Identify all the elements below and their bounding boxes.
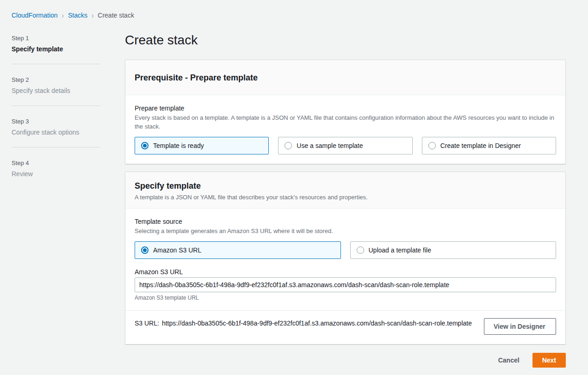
next-button[interactable]: Next xyxy=(532,353,566,368)
radio-unselected-icon[interactable] xyxy=(428,142,436,149)
divider xyxy=(12,105,100,106)
divider xyxy=(12,147,100,148)
view-in-designer-button[interactable]: View in Designer xyxy=(484,318,556,335)
radio-unselected-icon[interactable] xyxy=(285,142,292,149)
breadcrumb-link-cloudformation[interactable]: CloudFormation xyxy=(12,12,58,19)
breadcrumb-current: Create stack xyxy=(98,12,134,19)
step-title: Specify template xyxy=(12,45,125,53)
breadcrumb-link-stacks[interactable]: Stacks xyxy=(68,12,87,19)
amazon-s3-url-helper: Amazon S3 template URL xyxy=(135,295,556,301)
page-title: Create stack xyxy=(125,33,566,48)
s3-url-value: https://dash-0ba3505c-6b1f-498a-9df9-ef2… xyxy=(162,320,472,327)
prepare-template-description: Every stack is based on a template. A te… xyxy=(135,114,556,131)
radio-label: Use a sample template xyxy=(297,142,363,149)
step-title: Configure stack options xyxy=(12,129,125,136)
specify-template-card: Specify template A template is a JSON or… xyxy=(125,172,566,344)
template-source-options: Amazon S3 URL Upload a template file xyxy=(135,241,556,259)
radio-unselected-icon[interactable] xyxy=(357,246,364,254)
s3-url-text: S3 URL:https://dash-0ba3505c-6b1f-498a-9… xyxy=(135,318,477,328)
step-number: Step 2 xyxy=(12,76,125,83)
radio-label: Template is ready xyxy=(153,142,204,149)
prerequisite-card: Prerequisite - Prepare template Prepare … xyxy=(125,60,566,164)
radio-label: Create template in Designer xyxy=(440,142,521,149)
breadcrumb: CloudFormation › Stacks › Create stack xyxy=(0,0,588,19)
specify-template-card-title: Specify template xyxy=(135,181,556,191)
divider xyxy=(12,64,100,64)
prepare-template-label: Prepare template xyxy=(135,105,556,112)
radio-tile-use-sample-template[interactable]: Use a sample template xyxy=(278,137,412,154)
step-number: Step 4 xyxy=(12,160,125,166)
chevron-right-icon: › xyxy=(92,11,93,19)
radio-label: Amazon S3 URL xyxy=(153,246,201,254)
radio-tile-upload-template-file[interactable]: Upload a template file xyxy=(350,241,557,259)
radio-selected-icon[interactable] xyxy=(141,246,149,254)
specify-template-card-description: A template is a JSON or YAML file that d… xyxy=(135,194,556,201)
radio-tile-create-template-in-designer[interactable]: Create template in Designer xyxy=(422,137,556,154)
step-title: Review xyxy=(12,170,125,178)
step-number: Step 1 xyxy=(12,35,125,42)
wizard-footer: Cancel Next xyxy=(125,353,566,368)
radio-tile-template-is-ready[interactable]: Template is ready xyxy=(135,137,269,154)
prerequisite-card-title: Prerequisite - Prepare template xyxy=(135,73,556,83)
radio-tile-amazon-s3-url[interactable]: Amazon S3 URL xyxy=(135,241,341,259)
s3-url-summary-row: S3 URL:https://dash-0ba3505c-6b1f-498a-9… xyxy=(135,311,556,335)
amazon-s3-url-input[interactable] xyxy=(135,277,556,292)
chevron-right-icon: › xyxy=(62,11,64,19)
radio-label: Upload a template file xyxy=(369,246,431,254)
prerequisite-card-header: Prerequisite - Prepare template xyxy=(125,60,565,95)
amazon-s3-url-label: Amazon S3 URL xyxy=(135,268,556,276)
specify-template-card-header: Specify template A template is a JSON or… xyxy=(125,172,565,209)
s3-url-prefix: S3 URL: xyxy=(135,320,159,327)
radio-selected-icon[interactable] xyxy=(141,142,149,149)
template-source-description: Selecting a template generates an Amazon… xyxy=(135,227,556,236)
step-title: Specify stack details xyxy=(12,87,125,94)
sidebar-step-1[interactable]: Step 1 Specify template xyxy=(12,35,125,53)
sidebar-step-2[interactable]: Step 2 Specify stack details xyxy=(12,76,125,94)
sidebar-step-4[interactable]: Step 4 Review xyxy=(12,160,125,178)
prepare-template-options: Template is ready Use a sample template … xyxy=(135,137,556,154)
cancel-button[interactable]: Cancel xyxy=(498,357,520,364)
step-number: Step 3 xyxy=(12,118,125,125)
steps-sidebar: Step 1 Specify template Step 2 Specify s… xyxy=(0,31,125,368)
sidebar-step-3[interactable]: Step 3 Configure stack options xyxy=(12,118,125,136)
template-source-label: Template source xyxy=(135,218,556,225)
